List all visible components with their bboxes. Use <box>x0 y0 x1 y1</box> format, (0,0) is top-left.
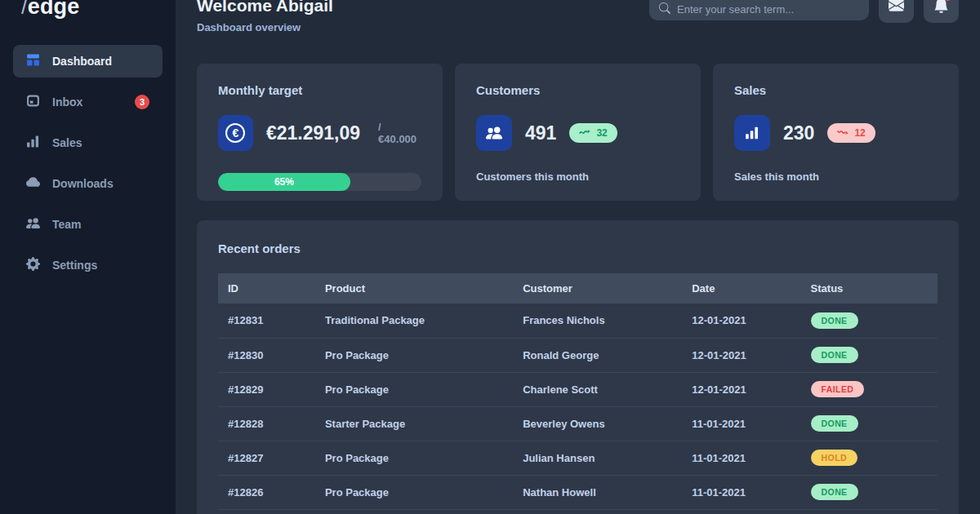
order-date: 12-01-2021 <box>682 304 800 338</box>
sales-icon <box>734 115 770 151</box>
table-row[interactable]: #12830 Pro Package Ronald George 12-01-2… <box>218 338 938 372</box>
app-logo: /edge <box>21 0 163 20</box>
order-id: #12828 <box>218 406 315 441</box>
order-date: 11-01-2021 <box>682 406 800 441</box>
order-customer: Ronald George <box>513 338 682 372</box>
sidebar-item-label: Inbox <box>52 95 82 109</box>
order-customer: Nathan Howell <box>513 475 682 509</box>
sales-trend-badge: 12 <box>827 123 875 143</box>
sidebar-item-label: Dashboard <box>52 55 112 68</box>
order-customer: Charlene Scott <box>513 372 682 406</box>
monthly-target-goal: / €40.000 <box>378 121 421 145</box>
page-subtitle: Dashboard overview <box>197 21 333 33</box>
inbox-icon <box>26 94 40 110</box>
progress-fill: 65% <box>218 173 350 191</box>
dashboard-icon <box>26 53 40 69</box>
order-date: 12-01-2021 <box>682 338 800 372</box>
inbox-count-badge: 3 <box>135 95 149 109</box>
bar-chart-icon <box>26 135 40 151</box>
order-product: Pro Package <box>315 441 513 475</box>
column-header-date: Date <box>682 273 800 304</box>
page-header: Welcome Abigail Dashboard overview <box>197 0 959 64</box>
monthly-target-value: €21.291,09 <box>266 122 360 144</box>
order-id: #12830 <box>218 338 315 372</box>
trend-up-icon <box>579 127 591 139</box>
sidebar: /edge Dashboard Inbox 3 Sales Downloa <box>0 0 176 514</box>
status-badge: DONE <box>811 415 858 432</box>
table-header-row: ID Product Customer Date Status <box>218 273 938 304</box>
search-input[interactable] <box>677 3 859 16</box>
stat-cards: Monthly target € €21.291,09 / €40.000 65… <box>197 64 959 201</box>
sales-value: 230 <box>783 122 814 144</box>
column-header-customer: Customer <box>513 273 682 304</box>
sidebar-item-inbox[interactable]: Inbox 3 <box>13 86 163 118</box>
card-title: Customers <box>476 83 679 97</box>
search-box[interactable] <box>649 0 869 20</box>
order-date: 11-01-2021 <box>682 441 800 475</box>
progress-bar: 65% <box>218 173 421 191</box>
sidebar-item-label: Settings <box>52 259 97 272</box>
sidebar-item-dashboard[interactable]: Dashboard <box>13 45 163 78</box>
sidebar-item-label: Downloads <box>52 177 114 190</box>
table-row[interactable]: #12828 Starter Package Beverley Owens 11… <box>218 406 938 441</box>
sidebar-nav: Dashboard Inbox 3 Sales Downloads Team <box>13 45 163 281</box>
status-badge: DONE <box>811 312 858 329</box>
sales-caption: Sales this month <box>734 171 938 183</box>
order-customer: Julian Hansen <box>513 441 682 475</box>
order-customer: Beverley Owens <box>513 406 682 441</box>
order-id: #12831 <box>218 304 315 338</box>
cloud-icon <box>26 175 40 192</box>
order-id: #12827 <box>218 441 315 475</box>
status-badge: DONE <box>811 347 858 363</box>
sidebar-item-settings[interactable]: Settings <box>13 249 163 281</box>
status-badge: HOLD <box>811 450 858 466</box>
sidebar-item-label: Sales <box>52 136 82 149</box>
team-icon <box>26 216 40 233</box>
trend-down-icon <box>837 127 849 139</box>
mail-icon <box>889 0 904 16</box>
order-customer: Frances Nichols <box>513 304 682 338</box>
card-title: Monthly target <box>218 83 421 97</box>
recent-orders-title: Recent orders <box>218 241 938 255</box>
progress-label: 65% <box>274 176 294 188</box>
customers-icon <box>476 115 512 151</box>
table-row[interactable]: #12831 Traditional Package Frances Nicho… <box>218 304 938 338</box>
status-badge: FAILED <box>811 381 865 397</box>
column-header-product: Product <box>315 273 513 304</box>
logo-slash: / <box>21 0 28 19</box>
sidebar-item-downloads[interactable]: Downloads <box>13 167 163 200</box>
order-id: #12826 <box>218 475 315 509</box>
main-content: Welcome Abigail Dashboard overview <box>176 0 980 514</box>
order-id: #12829 <box>218 372 315 406</box>
search-icon <box>659 2 670 17</box>
sidebar-item-sales[interactable]: Sales <box>13 126 163 159</box>
card-title: Sales <box>734 83 938 97</box>
orders-table: ID Product Customer Date Status #12831 T… <box>218 273 938 510</box>
euro-icon: € <box>218 115 253 151</box>
bell-icon <box>933 0 949 16</box>
table-row[interactable]: #12829 Pro Package Charlene Scott 12-01-… <box>218 372 938 406</box>
table-row[interactable]: #12827 Pro Package Julian Hansen 11-01-2… <box>218 441 938 475</box>
sidebar-item-team[interactable]: Team <box>13 208 163 241</box>
customers-value: 491 <box>525 122 556 144</box>
page-title: Welcome Abigail <box>197 0 333 16</box>
order-product: Traditional Package <box>315 304 513 338</box>
status-badge: DONE <box>811 484 858 500</box>
column-header-id: ID <box>218 273 315 304</box>
order-product: Starter Package <box>315 406 513 441</box>
order-date: 11-01-2021 <box>682 475 800 509</box>
sidebar-item-label: Team <box>52 218 82 231</box>
monthly-target-card: Monthly target € €21.291,09 / €40.000 65… <box>197 64 443 201</box>
order-product: Pro Package <box>315 338 513 372</box>
table-row[interactable]: #12826 Pro Package Nathan Howell 11-01-2… <box>218 475 938 509</box>
notifications-button[interactable] <box>924 0 959 23</box>
customers-card: Customers 491 32 Customers this month <box>455 64 701 201</box>
gear-icon <box>26 257 40 273</box>
order-product: Pro Package <box>315 475 513 509</box>
logo-name: edge <box>28 0 80 19</box>
sales-card: Sales 230 12 Sales this month <box>713 64 959 201</box>
order-product: Pro Package <box>315 372 513 406</box>
order-date: 12-01-2021 <box>682 372 800 406</box>
customers-trend-badge: 32 <box>569 123 617 143</box>
messages-button[interactable] <box>879 0 914 23</box>
